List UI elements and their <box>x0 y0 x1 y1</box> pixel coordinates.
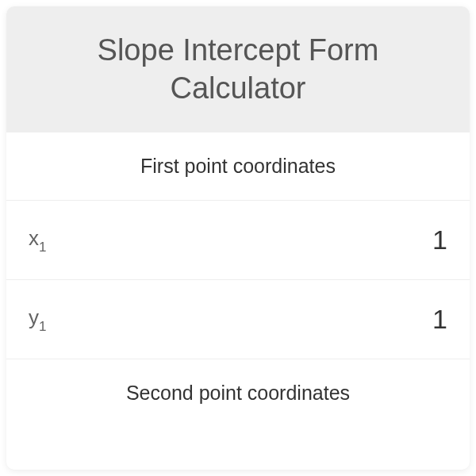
calculator-header: Slope Intercept Form Calculator <box>6 6 470 132</box>
section-title-second: Second point coordinates <box>6 359 470 405</box>
label-x1-sub: 1 <box>39 240 46 255</box>
value-x1[interactable]: 1 <box>432 225 447 255</box>
input-row-y1[interactable]: y1 1 <box>6 280 470 359</box>
label-y1: y1 <box>29 305 46 333</box>
value-y1[interactable]: 1 <box>432 304 447 335</box>
page-title: Slope Intercept Form Calculator <box>25 32 451 107</box>
section-title-first: First point coordinates <box>6 132 470 201</box>
input-row-x1[interactable]: x1 1 <box>6 201 470 280</box>
label-y1-base: y <box>29 305 39 329</box>
calculator-card: Slope Intercept Form Calculator First po… <box>6 6 470 470</box>
label-y1-sub: 1 <box>39 319 46 334</box>
label-x1: x1 <box>29 226 46 254</box>
label-x1-base: x <box>29 226 39 250</box>
